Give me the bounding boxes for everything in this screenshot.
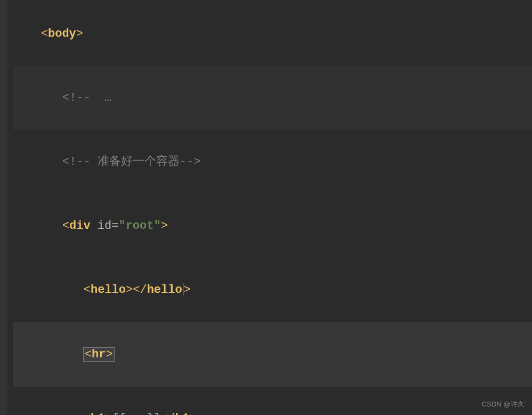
code-line[interactable]: <div id="root">: [13, 194, 532, 258]
tag-hello: hello: [91, 283, 126, 297]
watermark: CSDN @许久': [482, 398, 526, 411]
attr-value-root: "root": [118, 219, 160, 233]
attr-id: id: [98, 219, 111, 233]
tag-body: body: [48, 27, 76, 41]
selection-box: <hr>: [84, 348, 114, 361]
code-line[interactable]: <h1>{{msg}}</h1>: [13, 387, 532, 415]
comment: <!-- 准备好一个容器-->: [62, 155, 201, 169]
tag-hr: hr: [92, 348, 106, 361]
text-cursor: [183, 283, 184, 296]
ellipsis: …: [104, 91, 111, 105]
mustache-msg: {{msg}}: [112, 412, 161, 415]
tag-div: div: [69, 219, 91, 233]
code-line[interactable]: <hello></hello>: [13, 258, 532, 322]
code-editor[interactable]: <body> <!-- … <!-- 准备好一个容器--> <div id="r…: [0, 0, 532, 415]
code-line[interactable]: <!-- …: [13, 66, 532, 130]
code-line-highlighted[interactable]: <hr>: [13, 322, 532, 386]
code-line[interactable]: <body>: [13, 2, 532, 66]
code-line[interactable]: <!-- 准备好一个容器-->: [13, 130, 532, 194]
tag-h1: h1: [91, 412, 104, 415]
comment-collapsed: <!--: [62, 91, 91, 105]
